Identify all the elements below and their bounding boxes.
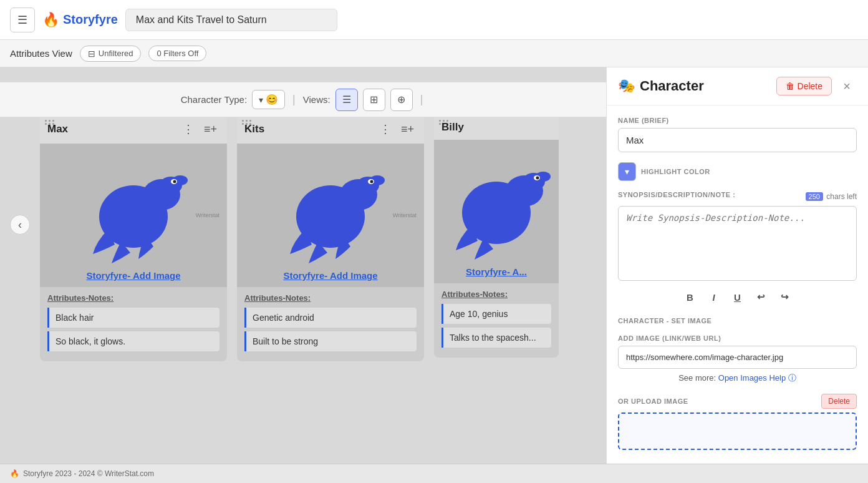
grid-dot [443,120,445,122]
card-add-button-max[interactable]: ≡+ [201,121,219,137]
highlight-color-label: HIGHLIGHT COLOR [641,168,710,175]
svg-point-5 [173,180,176,183]
attribute-item-billy-1: Talks to the spacesh... [441,328,551,348]
card-drag-handle-billy[interactable] [439,120,449,125]
panel-title-row: 🎭 Character [618,78,704,94]
card-dino-svg-max [71,154,196,266]
upload-delete-button[interactable]: Delete [821,394,857,409]
panel-actions: 🗑 Delete × [776,76,857,96]
grid-dot [45,123,47,125]
character-panel-icon: 🎭 [618,78,635,94]
text-formatting-toolbar: B I U ↩ ↪ [618,283,857,307]
card-image-max: Writerstat Storyfyre- Add Image [40,144,227,287]
chars-left-text: chars left [826,192,857,201]
image-url-input[interactable] [618,346,857,369]
card-drag-handle[interactable] [45,120,55,125]
color-dropdown[interactable]: ▾ [618,162,636,181]
attribute-item-max-1: So black, it glows. [47,331,219,351]
set-image-group: CHARACTER - SET IMAGE [618,317,857,324]
character-emoji-icon: 😊 [266,94,278,105]
cards-toolbar: Character Type: ▾ 😊 | Views: ☰ ⊞ ⊕ | [0,82,606,117]
card-title-kits: Kits [244,123,264,135]
panel-body: NAME (brief) ▾ HIGHLIGHT COLOR SYNOPSIS/… [607,105,868,461]
chevron-left-icon: ‹ [18,218,22,232]
view-list-button[interactable]: ☰ [335,89,358,111]
add-image-label: ADD IMAGE (LINK/WEB URL) [618,334,857,342]
grid-dot [446,123,448,125]
flame-icon: 🔥 [42,12,59,28]
attributes-label-max: Attributes-Notes: [47,293,219,303]
menu-button[interactable]: ☰ [10,7,35,32]
grid-dot [52,123,54,125]
panel-header: 🎭 Character 🗑 Delete × [607,67,868,105]
project-title[interactable]: Max and Kits Travel to Saturn [125,9,337,31]
highlight-color-row: ▾ HIGHLIGHT COLOR [618,162,857,181]
synopsis-textarea[interactable] [618,206,857,281]
attributes-section-kits: Attributes-Notes: Genetic android Built … [237,287,424,361]
grid-dot [443,123,445,125]
card-menu-button-max[interactable]: ⋮ [180,121,196,137]
list-view-icon: ☰ [342,94,351,105]
chars-badge: 250 [806,192,823,201]
grid-dot [446,120,448,122]
filter-icon: ⊟ [88,49,95,59]
underline-button[interactable]: U [728,287,748,307]
character-type-dropdown[interactable]: ▾ 😊 [252,90,285,109]
delete-label: Delete [798,81,822,91]
add-image-url-group: ADD IMAGE (LINK/WEB URL) See more: Open … [618,334,857,384]
add-image-label-max[interactable]: Storyfyre- Add Image [40,266,227,287]
card-drag-handle-kits[interactable] [242,120,252,125]
highlight-color-group: ▾ HIGHLIGHT COLOR [618,162,857,181]
attribute-item-kits-0: Genetic android [244,308,417,328]
attribute-item-kits-1: Built to be strong [244,331,417,351]
card-header-kits: Kits ⋮ ≡+ [237,115,424,144]
filters-off-button[interactable]: 0 Filters Off [148,46,206,61]
views-label: Views: [303,94,330,105]
panel-title: Character [640,78,704,94]
close-panel-button[interactable]: × [837,76,857,96]
redo-button[interactable]: ↪ [775,287,795,307]
attributes-section-billy: Attributes-Notes: Age 10, genius Talks t… [434,283,559,358]
dropdown-arrow: ▾ [259,95,263,105]
set-image-label: CHARACTER - SET IMAGE [618,317,857,324]
attribute-item-max-0: Black hair [47,308,219,328]
view-compact-button[interactable]: ⊕ [390,89,413,111]
attributes-view-label: Attributes View [10,48,72,59]
filters-off-label: 0 Filters Off [157,49,198,58]
attributes-section-max: Attributes-Notes: Black hair So black, i… [40,287,227,361]
upload-label: OR UPLOAD IMAGE [618,398,688,405]
grid-dot [439,123,441,125]
attribute-item-billy-0: Age 10, genius [441,304,551,324]
delete-button[interactable]: 🗑 Delete [776,77,832,95]
character-card-kits: Kits ⋮ ≡+ [237,115,424,361]
grid-dot [249,123,251,125]
open-images-help-link[interactable]: Open Images Help ⓘ [718,373,796,383]
grid-dot [246,120,248,122]
brand-logo: 🔥 Storyfyre [42,12,118,28]
back-arrow-button[interactable]: ‹ [10,215,30,235]
italic-button[interactable]: I [704,287,724,307]
footer-flame-icon: 🔥 [10,469,19,478]
grid-view-icon: ⊞ [370,94,378,105]
upload-dropzone[interactable] [618,412,857,450]
add-image-label-billy[interactable]: Storyfyre- A... [434,263,559,283]
view-grid-button[interactable]: ⊞ [363,89,385,111]
grid-dot [49,120,51,122]
brand-name: Storyfyre [63,12,118,27]
watermark-kits: Writerstat [393,212,417,218]
undo-button[interactable]: ↩ [751,287,771,307]
add-image-label-kits[interactable]: Storyfyre- Add Image [237,266,424,287]
chars-left: 250 chars left [806,192,857,201]
attributes-label-billy: Attributes-Notes: [441,290,551,299]
upload-header: OR UPLOAD IMAGE Delete [618,394,857,409]
bold-button[interactable]: B [680,287,700,307]
synopsis-header: SYNOPSIS/DESCRIPTION/NOTE : 250 chars le… [618,191,857,202]
grid-dot [45,120,47,122]
name-input[interactable] [618,128,857,152]
card-add-button-kits[interactable]: ≡+ [398,121,417,137]
filter-button[interactable]: ⊟ Unfiltered [80,46,142,62]
card-menu-button-kits[interactable]: ⋮ [377,121,393,137]
grid-dot [242,123,244,125]
svg-point-17 [536,177,539,180]
character-card-billy: Billy [434,115,559,358]
